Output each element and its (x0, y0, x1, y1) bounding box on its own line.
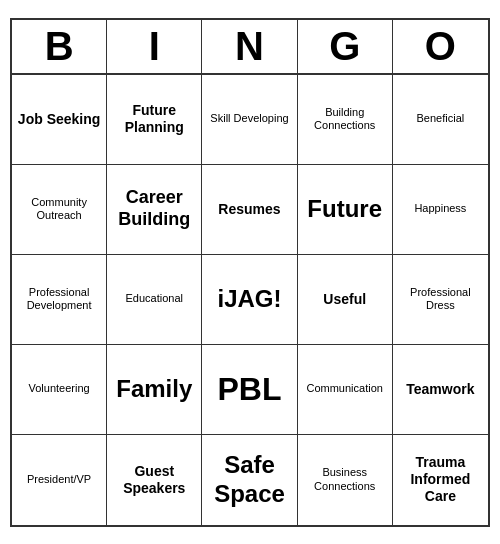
cell-text: Educational (126, 292, 184, 305)
bingo-cell: Business Connections (298, 435, 393, 525)
cell-text: Trauma Informed Care (397, 454, 484, 504)
cell-text: Future (307, 195, 382, 224)
cell-text: Communication (306, 382, 382, 395)
cell-text: Teamwork (406, 381, 474, 398)
bingo-letter: O (393, 20, 488, 73)
cell-text: President/VP (27, 473, 91, 486)
cell-text: Professional Dress (397, 286, 484, 312)
cell-text: Happiness (414, 202, 466, 215)
cell-text: iJAG! (217, 285, 281, 314)
bingo-cell: Happiness (393, 165, 488, 255)
bingo-cell: Safe Space (202, 435, 297, 525)
bingo-card: BINGO Job SeekingFuture PlanningSkill De… (10, 18, 490, 527)
bingo-cell: Useful (298, 255, 393, 345)
cell-text: Beneficial (417, 112, 465, 125)
bingo-cell: Educational (107, 255, 202, 345)
cell-text: Family (116, 375, 192, 404)
bingo-letter: N (202, 20, 297, 73)
bingo-cell: Trauma Informed Care (393, 435, 488, 525)
cell-text: Safe Space (206, 451, 292, 509)
bingo-cell: Career Building (107, 165, 202, 255)
bingo-cell: iJAG! (202, 255, 297, 345)
bingo-cell: Future Planning (107, 75, 202, 165)
bingo-cell: Beneficial (393, 75, 488, 165)
cell-text: Career Building (111, 187, 197, 230)
cell-text: Useful (323, 291, 366, 308)
bingo-letter: G (298, 20, 393, 73)
bingo-cell: Volunteering (12, 345, 107, 435)
bingo-cell: Communication (298, 345, 393, 435)
bingo-cell: Community Outreach (12, 165, 107, 255)
bingo-cell: Guest Speakers (107, 435, 202, 525)
cell-text: Resumes (218, 201, 280, 218)
cell-text: Volunteering (29, 382, 90, 395)
bingo-cell: President/VP (12, 435, 107, 525)
bingo-cell: Resumes (202, 165, 297, 255)
cell-text: Job Seeking (18, 111, 100, 128)
bingo-cell: Skill Developing (202, 75, 297, 165)
bingo-cell: Future (298, 165, 393, 255)
bingo-grid: Job SeekingFuture PlanningSkill Developi… (12, 75, 488, 525)
cell-text: Professional Development (16, 286, 102, 312)
cell-text: Building Connections (302, 106, 388, 132)
cell-text: PBL (217, 370, 281, 408)
bingo-cell: Professional Dress (393, 255, 488, 345)
bingo-header: BINGO (12, 20, 488, 75)
cell-text: Community Outreach (16, 196, 102, 222)
bingo-cell: Building Connections (298, 75, 393, 165)
bingo-cell: Family (107, 345, 202, 435)
bingo-cell: Professional Development (12, 255, 107, 345)
cell-text: Skill Developing (210, 112, 288, 125)
cell-text: Future Planning (111, 102, 197, 136)
bingo-cell: Job Seeking (12, 75, 107, 165)
cell-text: Guest Speakers (111, 463, 197, 497)
bingo-letter: I (107, 20, 202, 73)
bingo-cell: PBL (202, 345, 297, 435)
bingo-letter: B (12, 20, 107, 73)
cell-text: Business Connections (302, 466, 388, 492)
bingo-cell: Teamwork (393, 345, 488, 435)
